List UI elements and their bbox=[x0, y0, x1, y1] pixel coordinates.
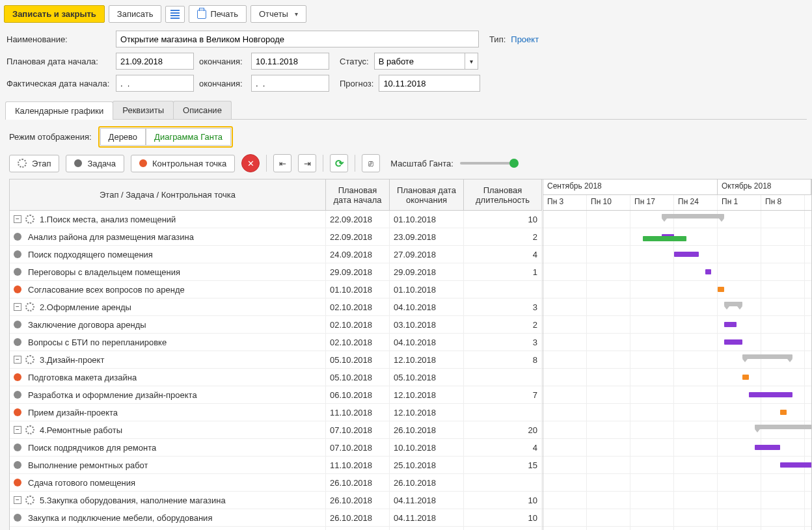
expand-toggle[interactable]: − bbox=[14, 356, 21, 364]
gantt-task-bar[interactable] bbox=[749, 392, 792, 397]
cell-start: 24.09.2018 bbox=[326, 246, 390, 263]
mode-tree[interactable]: Дерево bbox=[100, 128, 146, 146]
delete-button[interactable]: ✕ bbox=[241, 154, 260, 172]
task-dot-icon bbox=[74, 159, 82, 167]
table-row[interactable]: −3.Дизайн-проект05.10.201812.10.20188 bbox=[10, 351, 543, 369]
table-row[interactable]: Заключение договора аренды02.10.201803.1… bbox=[10, 316, 543, 334]
list-button[interactable] bbox=[165, 6, 185, 23]
table-row[interactable]: Согласование всех вопросов по аренде01.1… bbox=[10, 281, 543, 298]
gantt-milestone[interactable] bbox=[780, 410, 787, 415]
add-milestone-button[interactable]: Контрольная точка bbox=[131, 155, 235, 172]
gantt-scale-slider[interactable] bbox=[460, 162, 519, 165]
gantt-stage-bar[interactable] bbox=[742, 354, 792, 359]
gantt-milestone[interactable] bbox=[742, 375, 749, 380]
indent-right-button[interactable]: ⇥ bbox=[298, 154, 316, 172]
gantt-progress-bar[interactable] bbox=[643, 236, 686, 241]
settings-button[interactable]: ⎚ bbox=[362, 154, 380, 172]
table-row[interactable]: −4.Ремонтные работы07.10.201826.10.20182… bbox=[10, 421, 543, 439]
table-row[interactable]: Закупка и подключение мебели, оборудован… bbox=[10, 509, 543, 527]
expand-toggle[interactable]: − bbox=[14, 303, 21, 311]
table-row[interactable]: Вопросы с БТИ по перепланировке02.10.201… bbox=[10, 334, 543, 351]
gear-icon bbox=[18, 159, 27, 168]
table-row[interactable]: Поиск подходящего помещения24.09.201827.… bbox=[10, 246, 543, 263]
gantt-row bbox=[543, 386, 811, 404]
cell-dur: 10 bbox=[464, 211, 542, 228]
expand-toggle[interactable]: − bbox=[14, 215, 21, 223]
table-row[interactable]: Выполнение ремонтных работ11.10.201825.1… bbox=[10, 457, 543, 474]
indent-left-button[interactable]: ⇤ bbox=[273, 154, 291, 172]
gantt-stage-bar[interactable] bbox=[662, 214, 724, 219]
gantt-stage-bar[interactable] bbox=[724, 302, 743, 306]
gantt-task-bar[interactable] bbox=[780, 462, 811, 468]
cell-dur: 2 bbox=[464, 228, 542, 245]
cell-start: 02.10.2018 bbox=[326, 316, 390, 333]
fact-start-label: Фактическая дата начала: bbox=[7, 79, 111, 88]
slider-knob[interactable] bbox=[509, 159, 519, 168]
type-link[interactable]: Проект bbox=[511, 34, 539, 44]
row-name: Вопросы с БТИ по перепланировке bbox=[28, 338, 167, 347]
cell-dur: 15 bbox=[464, 457, 542, 473]
plan-end-input[interactable] bbox=[251, 53, 329, 70]
gantt-row bbox=[543, 439, 811, 457]
cell-start: 11.10.2018 bbox=[326, 404, 390, 421]
refresh-button[interactable]: ⟳ bbox=[330, 154, 348, 172]
row-name: Сдача готового помещения bbox=[28, 478, 135, 488]
table-row[interactable]: Анализ района для размещения магазина22.… bbox=[10, 228, 543, 246]
expand-toggle[interactable]: − bbox=[14, 426, 21, 434]
table-row[interactable]: Подготовка макета дизайна05.10.201805.10… bbox=[10, 369, 543, 386]
cell-end: 03.10.2018 bbox=[390, 316, 464, 333]
print-button[interactable]: Печать bbox=[189, 5, 247, 23]
table-row[interactable]: Поиск подрядчиков для ремонта07.10.20181… bbox=[10, 439, 543, 457]
table-row[interactable]: −1.Поиск места, анализ помещений22.09.20… bbox=[10, 211, 543, 228]
name-input[interactable] bbox=[116, 31, 479, 47]
tab-calendar[interactable]: Календарные графики bbox=[5, 101, 113, 120]
plan-start-input[interactable] bbox=[116, 53, 194, 70]
add-stage-button[interactable]: Этап bbox=[9, 155, 59, 172]
forecast-input[interactable] bbox=[379, 75, 480, 92]
tab-details[interactable]: Реквизиты bbox=[113, 101, 174, 119]
table-row[interactable]: Разработка и оформление дизайн-проекта06… bbox=[10, 386, 543, 404]
gantt-row bbox=[543, 404, 811, 421]
gantt-month-2: Октябрь 2018 bbox=[718, 179, 811, 194]
cell-dur: 10 bbox=[464, 492, 542, 509]
table-row[interactable]: Сдача готового помещения26.10.201826.10.… bbox=[10, 474, 543, 492]
fact-end-label: окончания: bbox=[199, 79, 246, 88]
cell-start: 22.09.2018 bbox=[326, 228, 390, 245]
row-name: 4.Ремонтные работы bbox=[40, 425, 122, 435]
gantt-task-bar[interactable] bbox=[724, 322, 737, 327]
cell-start: 05.10.2018 bbox=[326, 369, 390, 386]
mode-gantt[interactable]: Диаграмма Ганта bbox=[146, 128, 231, 146]
gantt-row bbox=[543, 421, 811, 439]
table-row[interactable]: Прием дизайн-проекта11.10.201812.10.2018 bbox=[10, 404, 543, 421]
cell-start: 26.10.2018 bbox=[326, 492, 390, 509]
fact-start-input[interactable] bbox=[116, 75, 194, 92]
gantt-task-bar[interactable] bbox=[705, 269, 712, 274]
task-dot-icon bbox=[14, 321, 21, 328]
mode-label: Режим отображения: bbox=[9, 132, 92, 142]
reports-dropdown[interactable]: Отчеты bbox=[250, 5, 306, 23]
fact-end-input[interactable] bbox=[251, 75, 329, 92]
table-row[interactable]: −2.Оформление аренды02.10.201804.10.2018… bbox=[10, 298, 543, 316]
expand-toggle[interactable]: − bbox=[14, 496, 21, 504]
save-button[interactable]: Записать bbox=[109, 5, 162, 23]
table-row[interactable]: Наполнение полок29.10.201802.11.20185 bbox=[10, 527, 543, 530]
gantt-task-bar[interactable] bbox=[724, 339, 743, 345]
add-task-button[interactable]: Задача bbox=[66, 155, 124, 172]
cell-end: 12.10.2018 bbox=[390, 404, 464, 421]
cell-end: 04.10.2018 bbox=[390, 298, 464, 315]
cell-start: 02.10.2018 bbox=[326, 334, 390, 351]
gantt-day-header: Пн 24 bbox=[674, 195, 718, 210]
status-dropdown-button[interactable]: ▾ bbox=[465, 53, 478, 70]
table-row[interactable]: Переговоры с владельцем помещения29.09.2… bbox=[10, 263, 543, 281]
row-name: 1.Поиск места, анализ помещений bbox=[40, 215, 176, 224]
save-close-button[interactable]: Записать и закрыть bbox=[4, 5, 105, 23]
milestone-dot-icon bbox=[14, 373, 21, 381]
gantt-task-bar[interactable] bbox=[755, 445, 779, 450]
gantt-milestone[interactable] bbox=[718, 287, 724, 292]
status-input[interactable] bbox=[374, 53, 465, 70]
table-row[interactable]: −5.Закупка оборудования, наполнение мага… bbox=[10, 492, 543, 509]
gantt-stage-bar[interactable] bbox=[755, 425, 811, 429]
gantt-task-bar[interactable] bbox=[674, 252, 699, 257]
cell-start: 29.10.2018 bbox=[326, 527, 390, 530]
tab-description[interactable]: Описание bbox=[173, 101, 232, 119]
